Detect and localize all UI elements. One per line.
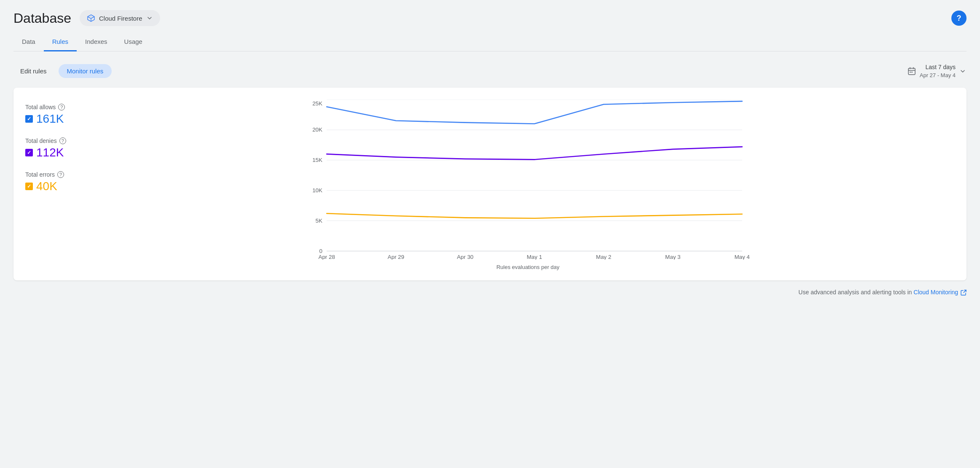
- allows-value: ✓ 161K: [25, 112, 93, 126]
- legend-errors: Total errors ? ✓ 40K: [25, 171, 93, 193]
- help-button[interactable]: ?: [951, 11, 967, 26]
- denies-value: ✓ 112K: [25, 146, 93, 159]
- svg-text:20K: 20K: [312, 126, 322, 133]
- chart-wrapper: 0 5K 10K 15K 20K 25K: [103, 100, 953, 270]
- svg-text:Apr 30: Apr 30: [457, 254, 473, 260]
- tab-data[interactable]: Data: [13, 33, 44, 51]
- svg-text:May 1: May 1: [527, 254, 542, 260]
- svg-text:May 2: May 2: [596, 254, 611, 260]
- toolbar: Edit rules Monitor rules Last 7 days Apr…: [13, 63, 967, 79]
- chart-area: Total allows ? ✓ 161K Total denies ?: [25, 100, 953, 270]
- monitor-rules-button[interactable]: Monitor rules: [59, 64, 112, 78]
- errors-checkbox[interactable]: ✓: [25, 183, 33, 190]
- service-selector[interactable]: Cloud Firestore: [80, 10, 160, 26]
- date-range: Last 7 days Apr 27 - May 4: [920, 63, 956, 79]
- svg-rect-2: [911, 72, 913, 73]
- date-label: Last 7 days: [920, 63, 956, 72]
- date-sub: Apr 27 - May 4: [920, 72, 956, 79]
- svg-text:0: 0: [319, 247, 322, 254]
- date-picker[interactable]: Last 7 days Apr 27 - May 4: [907, 63, 967, 79]
- svg-text:May 4: May 4: [734, 254, 750, 260]
- denies-checkbox[interactable]: ✓: [25, 149, 33, 156]
- svg-text:25K: 25K: [312, 100, 322, 107]
- svg-text:May 3: May 3: [665, 254, 680, 260]
- toolbar-left: Edit rules Monitor rules: [13, 64, 112, 78]
- tab-usage[interactable]: Usage: [116, 33, 151, 51]
- allows-label-text: Total allows: [25, 104, 56, 110]
- chart-svg: 0 5K 10K 15K 20K 25K: [103, 100, 953, 260]
- header-row: Database Cloud Firestore ?: [13, 10, 967, 26]
- denies-info-icon[interactable]: ?: [59, 137, 66, 144]
- legend-denies: Total denies ? ✓ 112K: [25, 137, 93, 159]
- external-link-icon: [961, 290, 967, 296]
- allows-number: 161K: [36, 112, 64, 126]
- date-dropdown-icon: [959, 67, 967, 75]
- allows-info-icon[interactable]: ?: [58, 104, 65, 110]
- svg-text:Apr 29: Apr 29: [388, 254, 404, 260]
- svg-rect-1: [910, 72, 911, 73]
- svg-text:15K: 15K: [312, 157, 322, 163]
- svg-rect-0: [908, 68, 915, 75]
- chart-card: Total allows ? ✓ 161K Total denies ?: [13, 88, 967, 280]
- allows-label: Total allows ?: [25, 104, 93, 110]
- firestore-icon: [86, 13, 96, 23]
- nav-tabs: Data Rules Indexes Usage: [13, 33, 967, 51]
- denies-label-text: Total denies: [25, 137, 57, 144]
- chart-legend: Total allows ? ✓ 161K Total denies ?: [25, 100, 93, 270]
- tab-indexes[interactable]: Indexes: [77, 33, 116, 51]
- errors-value: ✓ 40K: [25, 180, 93, 193]
- service-name: Cloud Firestore: [99, 15, 142, 22]
- errors-label-text: Total errors: [25, 171, 55, 178]
- cloud-monitoring-link[interactable]: Cloud Monitoring: [913, 289, 967, 296]
- footer-text: Use advanced analysis and alerting tools…: [798, 289, 912, 296]
- cloud-monitoring-label: Cloud Monitoring: [913, 289, 958, 296]
- denies-label: Total denies ?: [25, 137, 93, 144]
- page-title: Database: [13, 11, 71, 26]
- calendar-icon: [907, 67, 916, 76]
- edit-rules-button[interactable]: Edit rules: [13, 64, 54, 78]
- svg-text:Apr 28: Apr 28: [319, 254, 335, 260]
- tab-rules[interactable]: Rules: [44, 33, 77, 51]
- errors-info-icon[interactable]: ?: [57, 171, 64, 178]
- dropdown-chevron-icon: [146, 14, 153, 22]
- allows-checkbox[interactable]: ✓: [25, 115, 33, 123]
- svg-text:10K: 10K: [312, 187, 322, 194]
- errors-number: 40K: [36, 180, 57, 193]
- legend-allows: Total allows ? ✓ 161K: [25, 104, 93, 126]
- svg-text:5K: 5K: [316, 217, 322, 223]
- chart-x-axis-label: Rules evaluations per day: [103, 264, 953, 270]
- denies-number: 112K: [36, 146, 64, 159]
- errors-label: Total errors ?: [25, 171, 93, 178]
- footer-note: Use advanced analysis and alerting tools…: [13, 289, 967, 296]
